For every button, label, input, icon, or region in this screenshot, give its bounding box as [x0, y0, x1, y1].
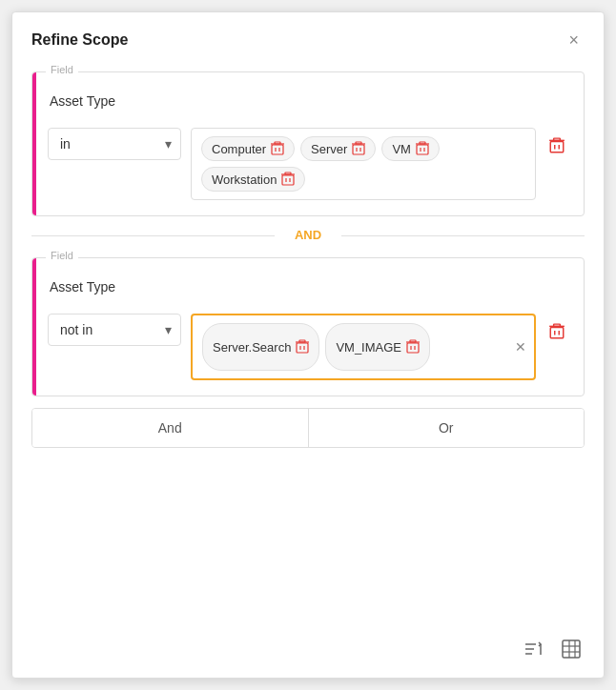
svg-rect-39: [554, 324, 561, 326]
svg-rect-35: [550, 328, 564, 338]
svg-rect-9: [356, 142, 361, 144]
operator-select-wrapper-1: in not in equals contains: [48, 128, 181, 160]
pink-bar-1: [32, 72, 36, 215]
refine-scope-dialog: Refine Scope × Field in not in equals co…: [11, 11, 605, 679]
operator-select-1[interactable]: in not in equals contains: [48, 128, 181, 160]
field-input-1[interactable]: [48, 88, 568, 114]
tag-workstation: Workstation: [201, 167, 305, 192]
svg-rect-14: [420, 142, 425, 144]
or-button[interactable]: Or: [309, 409, 585, 447]
delete-vm-image-tag[interactable]: [406, 339, 420, 355]
delete-vm-tag[interactable]: [416, 141, 429, 156]
field-label-2: Field: [46, 250, 78, 261]
and-button[interactable]: And: [32, 409, 309, 447]
svg-rect-5: [353, 145, 364, 154]
dialog-header: Refine Scope ×: [12, 12, 604, 62]
row-controls-2: in not in equals contains Server.Search: [48, 314, 568, 380]
dialog-body: Field in not in equals contains Computer: [12, 62, 604, 467]
delete-computer-tag[interactable]: [271, 141, 284, 156]
field-label-1: Field: [46, 64, 78, 75]
operator-select-2[interactable]: in not in equals contains: [48, 314, 181, 346]
svg-rect-20: [550, 142, 564, 152]
and-divider: AND: [31, 228, 585, 242]
delete-server-search-tag[interactable]: [296, 339, 309, 355]
svg-rect-10: [417, 145, 428, 154]
dialog-footer: [520, 636, 585, 662]
scope-block-1: Field in not in equals contains Computer: [31, 71, 585, 216]
svg-rect-25: [297, 343, 308, 353]
svg-rect-15: [282, 175, 294, 185]
delete-workstation-tag[interactable]: [281, 172, 295, 187]
svg-rect-29: [299, 340, 305, 342]
tag-server-search: Server.Search: [202, 323, 319, 371]
add-condition-buttons: And Or: [31, 408, 585, 448]
close-button[interactable]: ×: [563, 30, 585, 51]
tags-container-2: Server.Search ✕: [191, 314, 536, 380]
svg-rect-4: [275, 142, 280, 144]
tag-server: Server: [300, 136, 376, 161]
svg-rect-24: [554, 138, 561, 140]
row-controls-1: in not in equals contains Computer: [48, 128, 568, 200]
tags-container-1: Computer Server: [191, 128, 536, 200]
tag-computer: Computer: [201, 136, 295, 161]
field-input-2[interactable]: [48, 274, 568, 300]
pink-bar-2: [32, 258, 36, 396]
svg-rect-0: [272, 145, 283, 154]
table-icon[interactable]: [558, 636, 585, 662]
operator-select-wrapper-2: in not in equals contains: [48, 314, 181, 346]
svg-rect-19: [285, 172, 291, 174]
tag-vm-image: VM_IMAGE: [325, 323, 430, 371]
clear-tags-button[interactable]: ✕: [515, 339, 526, 355]
svg-rect-34: [410, 340, 416, 342]
svg-rect-44: [563, 640, 580, 658]
delete-server-tag[interactable]: [352, 141, 365, 156]
delete-row-2-button[interactable]: [545, 319, 568, 344]
sort-icon[interactable]: [520, 636, 546, 662]
delete-row-1-button[interactable]: [545, 133, 568, 158]
tag-vm: VM: [381, 136, 440, 161]
scope-block-2: Field in not in equals contains Server.S…: [31, 257, 585, 396]
dialog-title: Refine Scope: [31, 31, 128, 49]
svg-rect-30: [407, 343, 419, 353]
